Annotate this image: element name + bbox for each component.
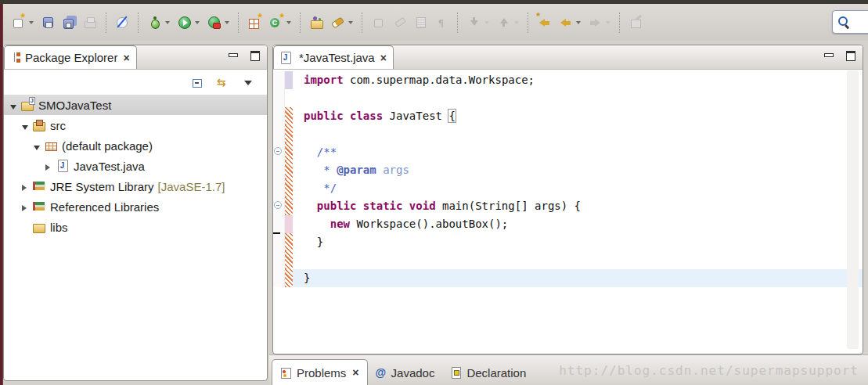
new-class-button[interactable] <box>266 13 294 31</box>
pin-editor-button <box>626 13 646 31</box>
annotation-ruler[interactable] <box>273 197 285 215</box>
collapse-all-icon[interactable] <box>191 76 204 89</box>
mark-occurrences-button[interactable] <box>328 13 356 31</box>
annotation-ruler[interactable] <box>273 269 285 287</box>
link-with-editor-icon[interactable] <box>217 76 230 89</box>
dropdown-arrow-icon[interactable] <box>165 21 170 24</box>
new-java-project-icon <box>248 16 261 29</box>
annotation-ruler[interactable] <box>273 143 285 161</box>
tree-item-jre-system-library[interactable]: JRE System Library[JavaSE-1.7] <box>4 176 267 196</box>
dropdown-arrow-icon[interactable] <box>606 21 610 24</box>
save-button[interactable] <box>38 13 58 31</box>
dropdown-arrow-icon[interactable] <box>514 21 519 24</box>
close-icon[interactable]: × <box>352 367 358 378</box>
quick-access-search[interactable] <box>832 10 868 34</box>
code-text <box>293 89 863 107</box>
maximize-button[interactable] <box>845 50 856 61</box>
save-all-button[interactable] <box>59 13 79 31</box>
coverage-button[interactable] <box>204 13 232 31</box>
toolbar-separator <box>457 13 459 33</box>
code-line: * @param args <box>273 161 863 179</box>
close-icon[interactable]: × <box>380 52 387 63</box>
watermark-text: http://blog.csdn.net/supermapsupport <box>559 363 859 378</box>
tree-item--default-package-[interactable]: (default package) <box>4 135 267 156</box>
show-whitespace-icon <box>435 16 448 29</box>
tab-javadoc[interactable]: Javadoc <box>368 360 443 385</box>
new-wizard-button[interactable] <box>9 13 37 31</box>
search-icon <box>837 16 851 29</box>
new-java-project-button[interactable] <box>245 13 265 31</box>
dropdown-arrow-icon[interactable] <box>576 21 581 24</box>
expanded-arrow-icon[interactable] <box>10 99 18 112</box>
annotation-ruler[interactable] <box>273 107 285 125</box>
code-text: new Workspace().aboutBox(); <box>293 215 863 233</box>
toolbar-separator <box>138 13 139 33</box>
fold-collapse-icon[interactable] <box>274 147 282 155</box>
dropdown-arrow-icon[interactable] <box>348 21 353 24</box>
tab-declaration[interactable]: Declaration <box>442 360 534 385</box>
save-icon <box>41 16 55 29</box>
annotation-ruler[interactable] <box>273 161 285 179</box>
annotation-ruler[interactable] <box>273 179 285 197</box>
annotation-ruler[interactable] <box>273 251 285 269</box>
tab-package-explorer[interactable]: Package Explorer × <box>4 45 137 69</box>
tab-javatest-java[interactable]: *JavaTest.java × <box>273 45 394 69</box>
dropdown-arrow-icon[interactable] <box>286 21 291 24</box>
back-button[interactable] <box>556 13 584 31</box>
debug-button[interactable] <box>145 13 173 31</box>
dropdown-arrow-icon[interactable] <box>29 21 34 24</box>
annotation-ruler[interactable] <box>273 215 285 233</box>
mark-occurrences-icon <box>331 16 344 29</box>
toolbar-separator <box>362 13 363 33</box>
tab-problems[interactable]: Problems × <box>272 359 368 385</box>
skip-breakpoints-button[interactable] <box>113 13 132 31</box>
code-line: public static void main(String[] args) { <box>273 197 863 215</box>
tree-item-smojavatest[interactable]: SMOJavaTest <box>4 95 267 115</box>
annotation-ruler[interactable] <box>273 233 285 251</box>
close-icon[interactable]: × <box>123 52 129 63</box>
editor-pane: *JavaTest.java × import com.supermap.dat… <box>272 45 863 354</box>
fold-collapse-icon[interactable] <box>274 201 282 209</box>
forward-icon <box>589 16 602 29</box>
minimize-button[interactable] <box>823 50 834 61</box>
collapsed-arrow-icon[interactable] <box>45 160 53 173</box>
view-menu-icon[interactable] <box>243 76 256 89</box>
tree-item-label: JavaTest.java <box>74 160 145 173</box>
tree-item-libs[interactable]: libs <box>4 217 267 237</box>
external-tools-icon <box>372 16 385 29</box>
annotation-ruler[interactable] <box>273 125 285 143</box>
minimize-button[interactable] <box>228 50 239 61</box>
quick-diff-hatch-marker <box>285 269 293 287</box>
run-button[interactable] <box>175 13 203 31</box>
expanded-arrow-icon[interactable] <box>34 139 41 153</box>
quick-diff-hatch-marker <box>285 179 293 197</box>
collapsed-arrow-icon[interactable] <box>22 180 30 193</box>
quick-diff-hatch-marker <box>285 143 293 161</box>
code-line <box>273 125 863 143</box>
overview-ruler[interactable] <box>847 70 859 349</box>
maximize-button[interactable] <box>250 50 261 61</box>
dropdown-arrow-icon[interactable] <box>225 21 229 24</box>
tree-item-src[interactable]: src <box>4 115 267 135</box>
code-line <box>273 251 863 269</box>
expanded-arrow-icon[interactable] <box>22 119 30 132</box>
bottom-view-tabbar: Problems × Javadoc Declaration http://bl… <box>269 354 868 385</box>
last-edit-location-icon <box>538 16 551 29</box>
dropdown-arrow-icon[interactable] <box>195 21 200 24</box>
code-text: } <box>293 233 863 251</box>
annotation-ruler[interactable] <box>273 89 285 107</box>
collapsed-arrow-icon[interactable] <box>22 200 30 214</box>
tree-item-javatest-java[interactable]: JavaTest.java <box>4 156 267 176</box>
last-edit-location-button[interactable] <box>535 13 554 31</box>
debug-icon <box>148 16 161 29</box>
code-text <box>293 251 863 269</box>
tree-item-referenced-libraries[interactable]: Referenced Libraries <box>4 196 267 217</box>
tab-label: Package Explorer <box>25 51 117 64</box>
package-icon <box>45 139 58 152</box>
back-icon <box>559 16 572 29</box>
annotation-ruler[interactable] <box>273 71 285 89</box>
code-editor[interactable]: import com.supermap.data.Workspace;publi… <box>273 70 863 287</box>
dropdown-arrow-icon[interactable] <box>484 21 489 24</box>
open-task-button[interactable] <box>307 13 326 31</box>
toolbar-separator <box>528 13 529 33</box>
